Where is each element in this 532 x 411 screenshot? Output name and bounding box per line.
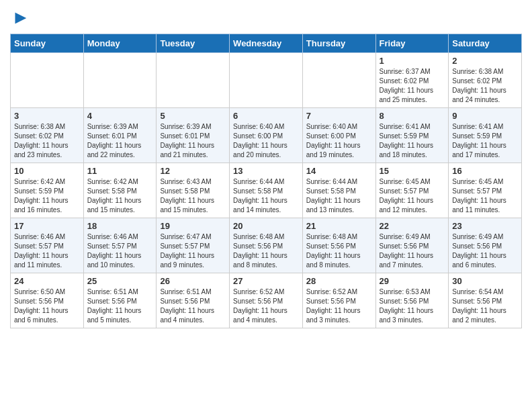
day-info: Sunrise: 6:51 AM Sunset: 5:56 PM Dayligh… [160,287,226,325]
day-number: 1 [380,56,445,66]
day-number: 20 [233,221,299,231]
day-number: 22 [380,221,445,231]
calendar-cell: 10Sunrise: 6:42 AM Sunset: 5:59 PM Dayli… [11,163,84,218]
calendar-cell: 20Sunrise: 6:48 AM Sunset: 5:56 PM Dayli… [230,218,303,273]
day-number: 2 [452,56,518,66]
calendar-cell: 28Sunrise: 6:52 AM Sunset: 5:56 PM Dayli… [302,273,375,328]
day-info: Sunrise: 6:41 AM Sunset: 5:59 PM Dayligh… [452,122,518,160]
day-info: Sunrise: 6:42 AM Sunset: 5:58 PM Dayligh… [87,177,153,215]
day-number: 10 [14,166,80,176]
day-number: 9 [452,111,518,121]
logo-icon: ► [11,7,30,28]
calendar-week-row: 24Sunrise: 6:50 AM Sunset: 5:56 PM Dayli… [11,273,522,328]
day-number: 17 [14,221,80,231]
calendar-week-row: 1Sunrise: 6:37 AM Sunset: 6:02 PM Daylig… [11,53,522,108]
header: ► [10,7,522,28]
calendar-cell: 13Sunrise: 6:44 AM Sunset: 5:58 PM Dayli… [230,163,303,218]
calendar-cell: 21Sunrise: 6:48 AM Sunset: 5:56 PM Dayli… [302,218,375,273]
calendar-cell: 17Sunrise: 6:46 AM Sunset: 5:57 PM Dayli… [11,218,84,273]
calendar-cell: 11Sunrise: 6:42 AM Sunset: 5:58 PM Dayli… [83,163,157,218]
day-info: Sunrise: 6:47 AM Sunset: 5:57 PM Dayligh… [160,232,226,270]
calendar-cell: 22Sunrise: 6:49 AM Sunset: 5:56 PM Dayli… [375,218,449,273]
day-info: Sunrise: 6:39 AM Sunset: 6:01 PM Dayligh… [87,122,153,160]
day-info: Sunrise: 6:48 AM Sunset: 5:56 PM Dayligh… [233,232,299,270]
day-number: 16 [452,166,518,176]
calendar-cell: 6Sunrise: 6:40 AM Sunset: 6:00 PM Daylig… [230,108,303,163]
calendar-cell: 2Sunrise: 6:38 AM Sunset: 6:02 PM Daylig… [449,53,522,108]
calendar-header-row: SundayMondayTuesdayWednesdayThursdayFrid… [11,34,522,53]
calendar-cell: 12Sunrise: 6:43 AM Sunset: 5:58 PM Dayli… [157,163,230,218]
day-number: 27 [233,276,299,286]
day-info: Sunrise: 6:48 AM Sunset: 5:56 PM Dayligh… [306,232,372,270]
day-number: 8 [380,111,445,121]
calendar-cell: 4Sunrise: 6:39 AM Sunset: 6:01 PM Daylig… [83,108,157,163]
day-info: Sunrise: 6:38 AM Sunset: 6:02 PM Dayligh… [14,122,80,160]
day-number: 23 [452,221,518,231]
day-number: 12 [160,166,226,176]
day-number: 19 [160,221,226,231]
day-info: Sunrise: 6:46 AM Sunset: 5:57 PM Dayligh… [14,232,80,270]
day-number: 5 [160,111,226,121]
day-number: 26 [160,276,226,286]
day-info: Sunrise: 6:49 AM Sunset: 5:56 PM Dayligh… [380,232,445,270]
weekday-header: Thursday [302,34,375,53]
day-number: 7 [306,111,372,121]
day-info: Sunrise: 6:41 AM Sunset: 5:59 PM Dayligh… [380,122,445,160]
day-number: 13 [233,166,299,176]
day-number: 28 [306,276,372,286]
logo: ► [10,7,30,28]
calendar-cell: 15Sunrise: 6:45 AM Sunset: 5:57 PM Dayli… [375,163,449,218]
day-info: Sunrise: 6:37 AM Sunset: 6:02 PM Dayligh… [380,67,445,105]
day-number: 11 [87,166,153,176]
calendar-cell: 5Sunrise: 6:39 AM Sunset: 6:01 PM Daylig… [157,108,230,163]
page: ► SundayMondayTuesdayWednesdayThursdayFr… [0,0,532,335]
calendar-cell [83,53,157,108]
calendar-week-row: 17Sunrise: 6:46 AM Sunset: 5:57 PM Dayli… [11,218,522,273]
day-info: Sunrise: 6:44 AM Sunset: 5:58 PM Dayligh… [306,177,372,215]
weekday-header: Friday [375,34,449,53]
calendar-cell [11,53,84,108]
calendar-cell: 16Sunrise: 6:45 AM Sunset: 5:57 PM Dayli… [449,163,522,218]
day-info: Sunrise: 6:40 AM Sunset: 6:00 PM Dayligh… [233,122,299,160]
weekday-header: Monday [83,34,157,53]
calendar-cell [157,53,230,108]
weekday-header: Tuesday [157,34,230,53]
day-info: Sunrise: 6:52 AM Sunset: 5:56 PM Dayligh… [306,287,372,325]
day-info: Sunrise: 6:45 AM Sunset: 5:57 PM Dayligh… [452,177,518,215]
day-info: Sunrise: 6:52 AM Sunset: 5:56 PM Dayligh… [233,287,299,325]
day-info: Sunrise: 6:39 AM Sunset: 6:01 PM Dayligh… [160,122,226,160]
weekday-header: Wednesday [230,34,303,53]
calendar-cell: 7Sunrise: 6:40 AM Sunset: 6:00 PM Daylig… [302,108,375,163]
day-number: 21 [306,221,372,231]
calendar-cell: 18Sunrise: 6:46 AM Sunset: 5:57 PM Dayli… [83,218,157,273]
weekday-header: Saturday [449,34,522,53]
calendar-cell: 30Sunrise: 6:54 AM Sunset: 5:56 PM Dayli… [449,273,522,328]
day-info: Sunrise: 6:38 AM Sunset: 6:02 PM Dayligh… [452,67,518,105]
calendar-cell [230,53,303,108]
day-info: Sunrise: 6:40 AM Sunset: 6:00 PM Dayligh… [306,122,372,160]
day-info: Sunrise: 6:50 AM Sunset: 5:56 PM Dayligh… [14,287,80,325]
calendar-cell: 26Sunrise: 6:51 AM Sunset: 5:56 PM Dayli… [157,273,230,328]
weekday-header: Sunday [11,34,84,53]
day-info: Sunrise: 6:44 AM Sunset: 5:58 PM Dayligh… [233,177,299,215]
calendar-cell: 27Sunrise: 6:52 AM Sunset: 5:56 PM Dayli… [230,273,303,328]
day-info: Sunrise: 6:51 AM Sunset: 5:56 PM Dayligh… [87,287,153,325]
calendar-cell: 9Sunrise: 6:41 AM Sunset: 5:59 PM Daylig… [449,108,522,163]
calendar-cell: 23Sunrise: 6:49 AM Sunset: 5:56 PM Dayli… [449,218,522,273]
calendar-cell: 19Sunrise: 6:47 AM Sunset: 5:57 PM Dayli… [157,218,230,273]
calendar-cell: 29Sunrise: 6:53 AM Sunset: 5:56 PM Dayli… [375,273,449,328]
day-info: Sunrise: 6:42 AM Sunset: 5:59 PM Dayligh… [14,177,80,215]
day-info: Sunrise: 6:49 AM Sunset: 5:56 PM Dayligh… [452,232,518,270]
logo-text: ► [10,7,30,28]
day-number: 4 [87,111,153,121]
day-number: 14 [306,166,372,176]
day-number: 6 [233,111,299,121]
calendar-cell: 25Sunrise: 6:51 AM Sunset: 5:56 PM Dayli… [83,273,157,328]
day-number: 3 [14,111,80,121]
day-number: 18 [87,221,153,231]
day-info: Sunrise: 6:45 AM Sunset: 5:57 PM Dayligh… [380,177,445,215]
day-info: Sunrise: 6:46 AM Sunset: 5:57 PM Dayligh… [87,232,153,270]
day-info: Sunrise: 6:53 AM Sunset: 5:56 PM Dayligh… [380,287,445,325]
calendar-cell: 14Sunrise: 6:44 AM Sunset: 5:58 PM Dayli… [302,163,375,218]
day-info: Sunrise: 6:43 AM Sunset: 5:58 PM Dayligh… [160,177,226,215]
